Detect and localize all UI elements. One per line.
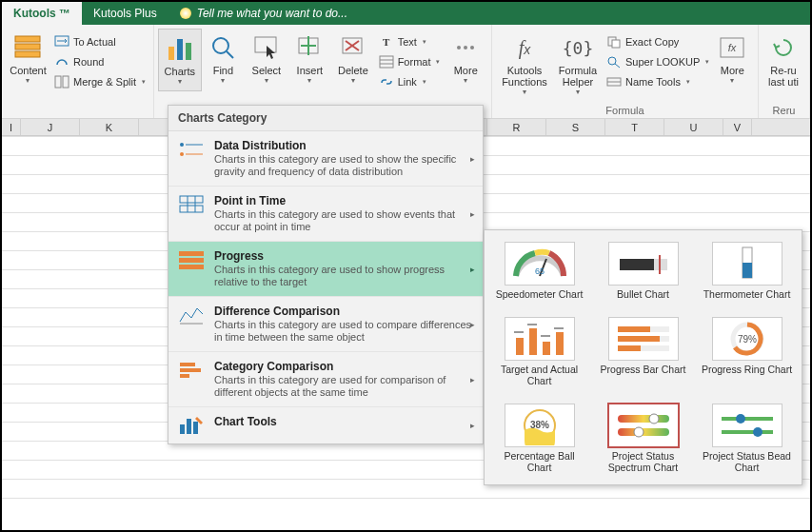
link-button[interactable]: Link▾ bbox=[375, 72, 445, 91]
chevron-down-icon: ▾ bbox=[576, 88, 580, 96]
chevron-down-icon: ▾ bbox=[26, 76, 30, 85]
insert-button[interactable]: Insert ▾ bbox=[288, 29, 332, 91]
svg-rect-46 bbox=[180, 374, 189, 378]
chart-tools-icon bbox=[178, 415, 205, 436]
category-data-distribution[interactable]: Data DistributionCharts in this category… bbox=[168, 131, 483, 187]
rerun-icon bbox=[768, 32, 799, 63]
category-point-in-time[interactable]: Point in TimeCharts in this category are… bbox=[168, 187, 483, 242]
gallery-bullet-chart[interactable]: Bullet Chart bbox=[594, 236, 692, 305]
gallery-label: Speedometer Chart bbox=[496, 288, 584, 300]
col-header[interactable]: R bbox=[487, 119, 546, 135]
gallery-percentage-ball-chart[interactable]: 38% Percentage Ball Chart bbox=[490, 398, 588, 479]
progress-charts-gallery: 65 Speedometer Chart Bullet Chart Thermo… bbox=[484, 229, 802, 485]
group-label-rerun: Reru bbox=[759, 105, 809, 116]
category-chart-tools[interactable]: Chart Tools ▸ bbox=[168, 407, 483, 443]
svg-rect-1 bbox=[15, 44, 40, 49]
lightbulb-icon bbox=[180, 8, 191, 19]
col-header[interactable]: U bbox=[664, 119, 723, 135]
delete-label: Delete bbox=[338, 65, 368, 76]
gallery-project-status-bead-chart[interactable]: Project Status Bead Chart bbox=[698, 398, 796, 479]
svg-rect-4 bbox=[55, 76, 61, 88]
text-button[interactable]: TText▾ bbox=[375, 32, 445, 51]
gallery-label: Thermometer Chart bbox=[703, 288, 791, 300]
content-button[interactable]: Content ▾ bbox=[6, 29, 50, 91]
svg-rect-6 bbox=[168, 47, 174, 60]
charts-button[interactable]: Charts ▾ bbox=[158, 29, 202, 91]
col-header[interactable]: I bbox=[2, 119, 21, 135]
more-button-1[interactable]: More ▾ bbox=[444, 29, 487, 91]
tab-kutools-plus[interactable]: Kutools Plus bbox=[82, 2, 168, 25]
svg-rect-57 bbox=[516, 338, 524, 355]
category-desc: Charts in this category are used to show… bbox=[214, 264, 473, 288]
chevron-down-icon: ▾ bbox=[436, 58, 440, 66]
merge-split-icon bbox=[54, 74, 69, 89]
category-category-comparison[interactable]: Category ComparisonCharts in this catego… bbox=[168, 352, 483, 407]
text-label: Text bbox=[398, 36, 417, 48]
col-header[interactable]: T bbox=[605, 119, 664, 135]
svg-text:79%: 79% bbox=[737, 334, 756, 345]
category-desc: Charts in this category are used to show… bbox=[214, 153, 473, 178]
kutools-functions-button[interactable]: fx Kutools Functions ▾ bbox=[496, 29, 553, 100]
rerun-button[interactable]: Re-ru last uti bbox=[762, 29, 804, 91]
find-button[interactable]: Find ▾ bbox=[202, 29, 246, 91]
gallery-thermometer-chart[interactable]: Thermometer Chart bbox=[698, 236, 796, 305]
select-button[interactable]: Select ▾ bbox=[245, 29, 288, 91]
gallery-progress-bar-chart[interactable]: Progress Bar Chart bbox=[594, 311, 692, 392]
svg-rect-37 bbox=[180, 206, 203, 212]
svg-point-34 bbox=[180, 152, 184, 156]
delete-button[interactable]: Delete ▾ bbox=[331, 29, 375, 91]
svg-line-10 bbox=[227, 51, 233, 58]
delete-icon bbox=[338, 32, 368, 63]
formula-helper-button[interactable]: {0} Formula Helper ▾ bbox=[553, 29, 603, 100]
svg-point-9 bbox=[213, 38, 228, 53]
svg-rect-60 bbox=[556, 332, 564, 355]
svg-text:65: 65 bbox=[534, 266, 544, 276]
col-header[interactable]: V bbox=[723, 119, 752, 135]
gallery-target-actual-chart[interactable]: Target and Actual Chart bbox=[490, 311, 588, 392]
more-button-2[interactable]: fx More ▾ bbox=[713, 29, 751, 100]
format-button[interactable]: Format▾ bbox=[375, 52, 445, 71]
difference-icon bbox=[178, 305, 205, 325]
chevron-right-icon: ▸ bbox=[470, 154, 475, 164]
group-label-formula: Formula bbox=[492, 105, 758, 116]
chevron-down-icon: ▾ bbox=[265, 76, 268, 85]
chevron-down-icon: ▾ bbox=[351, 76, 355, 85]
super-lookup-label: Super LOOKUP bbox=[625, 56, 700, 68]
merge-split-button[interactable]: Merge & Split ▾ bbox=[50, 72, 149, 91]
category-difference-comparison[interactable]: Difference ComparisonCharts in this cate… bbox=[168, 297, 483, 352]
exact-copy-button[interactable]: Exact Copy bbox=[603, 32, 713, 51]
category-progress[interactable]: ProgressCharts in this category are used… bbox=[168, 242, 483, 297]
col-header[interactable]: K bbox=[80, 119, 139, 135]
name-tools-button[interactable]: Name Tools▾ bbox=[603, 72, 713, 91]
chevron-right-icon: ▸ bbox=[470, 421, 475, 430]
gallery-label: Percentage Ball Chart bbox=[492, 450, 586, 473]
svg-rect-44 bbox=[180, 363, 195, 366]
round-button[interactable]: Round bbox=[50, 52, 149, 71]
super-lookup-button[interactable]: Super LOOKUP▾ bbox=[603, 52, 713, 71]
svg-rect-68 bbox=[618, 336, 660, 342]
svg-point-23 bbox=[470, 46, 474, 49]
content-icon bbox=[12, 32, 43, 63]
gallery-speedometer-chart[interactable]: 65 Speedometer Chart bbox=[490, 236, 588, 305]
fx-box-icon: fx bbox=[717, 32, 747, 63]
svg-text:fx: fx bbox=[728, 42, 737, 53]
gallery-project-status-spectrum-chart[interactable]: Project Status Spectrum Chart bbox=[594, 398, 692, 479]
gallery-progress-ring-chart[interactable]: 79% Progress Ring Chart bbox=[698, 311, 796, 392]
svg-point-22 bbox=[464, 46, 467, 49]
tab-kutools[interactable]: Kutools ™ bbox=[2, 2, 82, 25]
gallery-label: Target and Actual Chart bbox=[492, 364, 586, 386]
category-comparison-icon bbox=[178, 360, 205, 381]
more-icon bbox=[450, 32, 481, 63]
format-icon bbox=[379, 54, 394, 69]
progress-icon bbox=[178, 249, 205, 270]
gallery-label: Progress Bar Chart bbox=[601, 364, 686, 375]
col-header[interactable]: S bbox=[546, 119, 605, 135]
svg-rect-42 bbox=[179, 265, 204, 269]
svg-point-76 bbox=[649, 414, 659, 424]
svg-rect-70 bbox=[618, 345, 641, 351]
text-icon: T bbox=[379, 34, 394, 49]
to-actual-button[interactable]: To Actual bbox=[50, 32, 149, 51]
tell-me-search[interactable]: Tell me what you want to do... bbox=[168, 2, 359, 25]
col-header[interactable]: J bbox=[21, 119, 80, 135]
chevron-down-icon: ▾ bbox=[686, 78, 690, 86]
